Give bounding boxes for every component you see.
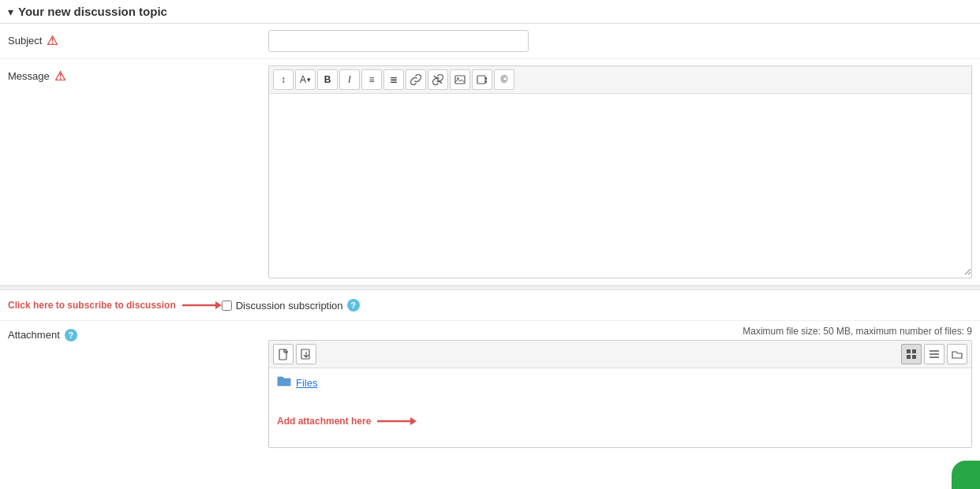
subject-row: Subject ⚠ [0,24,980,59]
upload-btn[interactable] [296,344,316,364]
message-label-text: Message [8,70,50,82]
subscription-help-icon[interactable]: ? [347,299,360,312]
green-badge [952,461,980,489]
subscription-hint-text: Click here to subscribe to discussion [8,300,176,311]
message-row: Message ⚠ ↕ A ▾ B I ≡ ≣ [0,59,980,286]
new-file-btn[interactable] [273,344,294,364]
form-area: Subject ⚠ Message ⚠ ↕ A ▾ B I [0,24,980,453]
collapse-chevron[interactable]: ▾ [8,6,13,18]
attachment-control-wrap: Maximum file size: 50 MB, maximum number… [268,326,972,448]
subject-input[interactable] [268,30,529,52]
message-required-icon: ⚠ [54,69,65,84]
folder-view-btn[interactable] [947,344,967,364]
toolbar-unordered-list-btn[interactable]: ≡ [361,69,382,90]
folder-icon [277,375,291,390]
add-attachment-hint-row: Add attachment here [277,414,963,428]
subscription-checkbox[interactable] [222,300,232,311]
file-manager-toolbar [269,341,971,368]
toolbar-link-btn[interactable] [406,69,426,90]
subscription-row: Click here to subscribe to discussion Di… [0,290,980,321]
subject-control-wrap [268,30,972,52]
toolbar-italic-btn[interactable]: I [339,69,360,90]
svg-rect-4 [485,77,487,80]
list-view-btn[interactable] [924,344,944,364]
editor-wrapper: ↕ A ▾ B I ≡ ≣ [268,65,972,278]
subject-label-col: Subject ⚠ [8,30,268,48]
attachment-label-col: Attachment ? [8,326,268,342]
svg-line-0 [434,76,442,84]
files-folder-item[interactable]: Files [277,375,963,390]
svg-rect-12 [912,349,916,353]
svg-rect-11 [907,349,911,353]
section-header: ▾ Your new discussion topic [0,0,980,24]
section-title: Your new discussion topic [18,5,167,18]
attachment-info-text: Maximum file size: 50 MB, maximum number… [268,326,972,337]
svg-rect-10 [301,349,309,359]
toolbar-ordered-list-btn[interactable]: ≣ [383,69,404,90]
subscription-checkbox-wrap: Discussion subscription ? [222,299,360,312]
toolbar-media-btn[interactable] [472,69,492,90]
file-manager: Files Add attachment here [268,340,972,448]
attachment-help-icon[interactable]: ? [65,329,77,342]
svg-marker-7 [215,301,222,309]
toolbar-font-btn[interactable]: A ▾ [295,69,316,90]
message-label-col: Message ⚠ [8,65,268,84]
attachment-label-text: Attachment [8,329,60,341]
file-manager-left-tools [273,344,316,364]
subscription-label: Discussion subscription [236,300,343,312]
toolbar-image-btn[interactable] [450,69,470,90]
toolbar-bold-btn[interactable]: B [317,69,338,90]
svg-rect-14 [912,355,916,359]
subscription-arrow-icon [182,298,222,312]
subject-required-icon: ⚠ [47,33,58,48]
toolbar-special-char-btn[interactable]: © [494,69,514,90]
svg-rect-13 [907,355,911,359]
files-folder-name[interactable]: Files [296,377,317,389]
file-manager-right-tools [901,344,967,364]
file-manager-body: Files Add attachment here [269,368,971,447]
attachment-row: Attachment ? Maximum file size: 50 MB, m… [0,321,980,453]
toolbar-format-btn[interactable]: ↕ [273,69,294,90]
svg-rect-1 [455,76,465,84]
svg-rect-3 [477,76,485,84]
page-wrapper: ▾ Your new discussion topic Subject ⚠ Me… [0,0,980,453]
editor-toolbar: ↕ A ▾ B I ≡ ≣ [269,66,971,94]
svg-rect-5 [485,80,487,83]
message-control-wrap: ↕ A ▾ B I ≡ ≣ [268,65,972,278]
add-attachment-arrow-icon [377,414,417,428]
grid-view-btn[interactable] [901,344,922,364]
toolbar-unlink-btn[interactable] [428,69,448,90]
add-attachment-hint-text: Add attachment here [277,416,371,427]
subject-label-text: Subject [8,35,42,47]
svg-marker-19 [410,417,417,425]
message-editor[interactable] [269,94,971,275]
